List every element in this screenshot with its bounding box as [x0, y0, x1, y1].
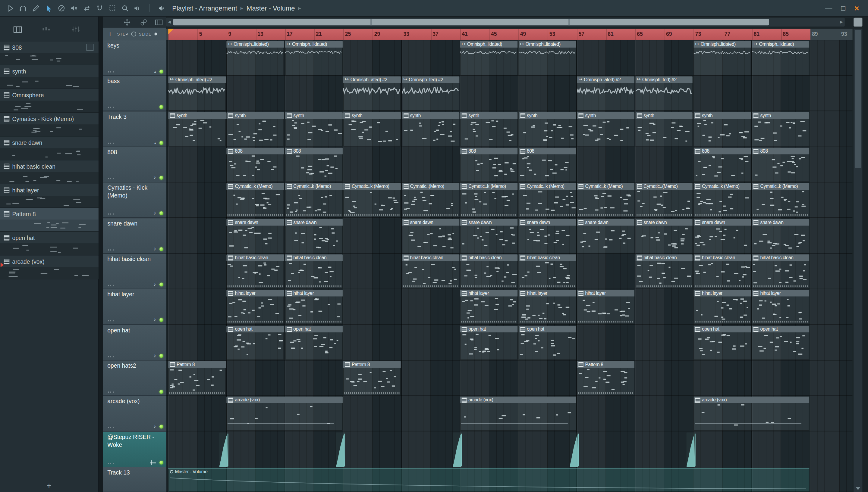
playlist-clip[interactable]: hihat basic clean: [752, 254, 810, 289]
playlist-clip[interactable]: Cymatic..(Memo): [402, 183, 459, 217]
panel-divider[interactable]: [98, 17, 103, 492]
playlist-clip[interactable]: ↦Omnisph..ted) #2: [402, 76, 459, 110]
track-enable-led[interactable]: [160, 211, 163, 215]
slide-toggle[interactable]: [154, 32, 157, 35]
playlist-clip[interactable]: hihat layer: [752, 290, 810, 324]
playlist-clip[interactable]: open hat: [460, 326, 518, 360]
track-enable-led[interactable]: [160, 424, 163, 428]
playlist-clip[interactable]: hihat basic clean: [518, 254, 576, 289]
playlist-clip[interactable]: snare dawn: [518, 219, 576, 253]
playlist-clip[interactable]: [570, 433, 579, 467]
playlist-clip[interactable]: 808: [694, 148, 751, 182]
pattern-item[interactable]: arcade (vox): [0, 256, 98, 279]
magnet-icon[interactable]: [95, 3, 104, 13]
track-header[interactable]: open hat♪: [103, 325, 166, 361]
track-enable-led[interactable]: [160, 282, 163, 286]
playlist-clip[interactable]: 808: [460, 148, 518, 182]
track-header[interactable]: Track 13: [103, 467, 166, 492]
playlist-clip[interactable]: open hat: [285, 326, 343, 360]
playlist-clip[interactable]: snare dawn: [635, 219, 693, 253]
playlist-clip[interactable]: [686, 433, 696, 467]
breadcrumb-item[interactable]: Playlist - Arrangement: [172, 4, 237, 12]
playlist-clip[interactable]: Cymatic..k (Memo): [343, 183, 401, 217]
instrument-note-icon[interactable]: ♪: [154, 210, 156, 216]
track-header[interactable]: @Stepuz RISER - Woke: [103, 432, 166, 467]
playlist-clip[interactable]: snare dawn: [694, 219, 751, 253]
playlist-clip[interactable]: synth: [694, 112, 751, 147]
playlist-clip[interactable]: Cymatic..k (Memo): [694, 183, 751, 217]
playlist-clip[interactable]: synth: [285, 112, 343, 147]
slide-tool-icon[interactable]: [122, 18, 132, 26]
track-options-icon[interactable]: [108, 356, 115, 358]
playlist-clip[interactable]: 808: [227, 148, 284, 182]
track-options-icon[interactable]: [108, 285, 115, 286]
track-options-icon[interactable]: [108, 249, 115, 250]
playlist-clip[interactable]: arcade (vox): [694, 397, 810, 431]
minimize-button[interactable]: —: [825, 4, 832, 12]
playlist-clip[interactable]: synth: [343, 112, 401, 147]
pattern-item[interactable]: hihat basic clean: [0, 161, 98, 184]
playlist-clip[interactable]: hihat layer: [577, 290, 634, 324]
track-header[interactable]: Cymatics - Kick (Memo)♪: [103, 182, 166, 218]
track-enable-led[interactable]: [160, 175, 163, 179]
playlist-clip[interactable]: arcade (vox): [227, 397, 343, 431]
playlist-clip[interactable]: hihat basic clean: [227, 254, 284, 289]
collapse-track-icon[interactable]: ▴: [154, 70, 156, 73]
track-header[interactable]: hihat layer♪: [103, 289, 166, 325]
piano-view-icon[interactable]: [154, 18, 164, 26]
pattern-item[interactable]: Cymatics - Kick (Memo): [0, 113, 98, 137]
pattern-list-options-button[interactable]: [87, 44, 94, 51]
track-header[interactable]: snare dawn♪: [103, 219, 166, 254]
playlist-clip[interactable]: hihat layer: [694, 290, 751, 324]
pattern-item[interactable]: Pattern 8: [0, 208, 98, 232]
playlist-clip[interactable]: Cymatic..k (Memo): [577, 183, 634, 217]
track-enable-led[interactable]: [160, 390, 163, 394]
instrument-note-icon[interactable]: ♪: [154, 175, 156, 180]
playlist-clip[interactable]: 808: [752, 148, 810, 182]
instrument-note-icon[interactable]: ♪: [154, 424, 156, 429]
pattern-item[interactable]: snare dawn: [0, 137, 98, 161]
playlist-clip[interactable]: Pattern 8: [577, 361, 634, 395]
playlist-clip[interactable]: synth: [635, 112, 693, 147]
track-header[interactable]: 808♪: [103, 147, 166, 183]
mixer-route-icon[interactable]: [150, 460, 156, 465]
playlist-clip[interactable]: Cymatic..k (Memo): [227, 183, 284, 217]
draw-icon[interactable]: [31, 3, 40, 13]
playlist-clip[interactable]: hihat basic clean: [402, 254, 459, 289]
track-header[interactable]: bass: [103, 76, 166, 112]
playlist-clip[interactable]: snare dawn: [460, 219, 518, 253]
track-enable-led[interactable]: [160, 318, 163, 322]
playlist-clip[interactable]: arcade (vox): [460, 397, 576, 431]
playlist-clip[interactable]: synth: [460, 112, 518, 147]
track-header[interactable]: hihat basic clean♪: [103, 254, 166, 289]
horizontal-scrollbar[interactable]: ◀ ▶: [166, 18, 845, 26]
playlist-clip[interactable]: snare dawn: [752, 219, 810, 253]
playlist-clip[interactable]: ↦Omnisph..ated) #2: [577, 76, 634, 110]
instrument-note-icon[interactable]: ♪: [154, 317, 156, 322]
swap-icon[interactable]: [82, 3, 91, 13]
track-options-icon[interactable]: [108, 391, 115, 393]
playlist-clip[interactable]: 808: [285, 148, 343, 182]
track-header[interactable]: arcade (vox)♪: [103, 396, 166, 432]
track-header[interactable]: open hats2: [103, 361, 166, 396]
playlist-clip[interactable]: synth: [577, 112, 634, 147]
instrument-note-icon[interactable]: ♪: [154, 246, 156, 251]
playlist-clip[interactable]: ↦Omnisph..ted) #2: [635, 76, 693, 110]
scroll-right-icon[interactable]: ▶: [838, 18, 845, 26]
playlist-clip[interactable]: Pattern 8: [168, 361, 226, 395]
playlist-clip[interactable]: synth: [402, 112, 459, 147]
playlist-clip[interactable]: open hat: [227, 326, 284, 360]
playlist-clip[interactable]: Pattern 8: [343, 361, 401, 395]
playlist-clip[interactable]: snare dawn: [285, 219, 343, 253]
playlist-clip[interactable]: snare dawn: [227, 219, 284, 253]
playlist-clip[interactable]: Cymatic..k (Memo): [752, 183, 810, 217]
track-enable-led[interactable]: [160, 105, 163, 109]
zoom-icon[interactable]: [120, 3, 130, 13]
maximize-button[interactable]: □: [841, 4, 845, 12]
playlist-clip[interactable]: ↦Omnisph..ated) #2: [168, 76, 226, 110]
playlist-clip[interactable]: hihat layer: [518, 290, 576, 324]
instrument-note-icon[interactable]: ♪: [154, 353, 156, 358]
track-options-icon[interactable]: [108, 143, 115, 144]
track-options-icon[interactable]: [108, 463, 115, 464]
scroll-left-icon[interactable]: ◀: [166, 18, 173, 26]
